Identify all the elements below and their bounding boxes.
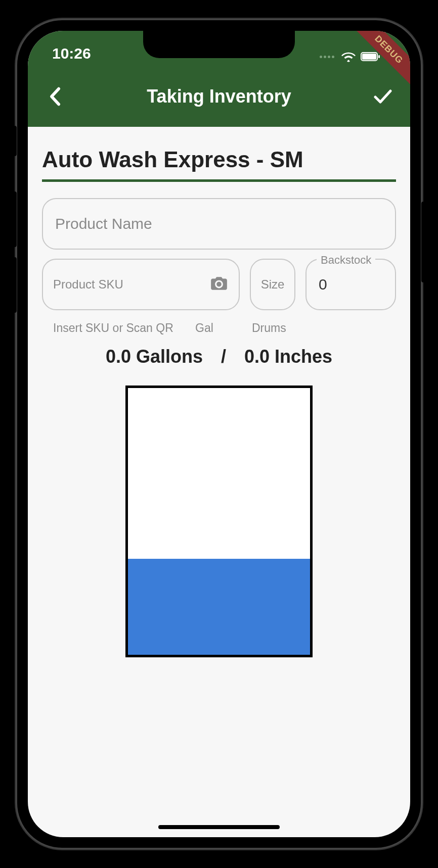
input-row: Backstock	[42, 259, 396, 310]
status-time: 10:26	[52, 45, 91, 62]
tank-gauge-wrap	[42, 385, 396, 657]
product-sku-field[interactable]	[42, 259, 240, 310]
inches-readout: 0.0 Inches	[244, 346, 332, 367]
phone-mute-switch	[13, 126, 17, 156]
svg-rect-2	[378, 55, 380, 58]
content: Auto Wash Express - SM Bac	[28, 127, 410, 657]
cellular-dots-icon	[320, 56, 334, 58]
product-sku-input[interactable]	[53, 277, 204, 292]
size-helper-text: Gal	[191, 321, 247, 335]
tank-gauge[interactable]	[125, 385, 313, 657]
battery-icon	[361, 52, 381, 62]
backstock-input[interactable]	[319, 276, 383, 293]
product-name-input[interactable]	[55, 215, 383, 232]
chevron-left-icon	[48, 86, 62, 107]
readout-separator: /	[221, 346, 226, 367]
phone-volume-up	[13, 191, 17, 247]
backstock-helper-text: Drums	[247, 321, 396, 335]
size-field[interactable]	[250, 259, 295, 310]
home-indicator[interactable]	[158, 825, 280, 829]
check-icon	[373, 89, 392, 104]
level-readout: 0.0 Gallons / 0.0 Inches	[42, 346, 396, 367]
phone-notch	[143, 31, 295, 58]
gallons-readout: 0.0 Gallons	[106, 346, 203, 367]
phone-frame: DEBUG 10:26 Taking Inventory Auto Wash E	[17, 20, 421, 848]
helper-row: Insert SKU or Scan QR Gal Drums	[42, 321, 396, 335]
size-input[interactable]	[251, 277, 294, 292]
product-name-field[interactable]	[42, 198, 396, 250]
app-bar: Taking Inventory	[28, 66, 410, 127]
phone-power-button	[421, 202, 425, 282]
backstock-label: Backstock	[317, 254, 375, 267]
svg-rect-1	[362, 54, 376, 60]
page-title: Taking Inventory	[147, 86, 291, 107]
wifi-icon	[341, 51, 356, 62]
tank-fill-level	[128, 559, 310, 655]
back-button[interactable]	[43, 84, 67, 109]
camera-icon[interactable]	[209, 275, 229, 294]
screen: DEBUG 10:26 Taking Inventory Auto Wash E	[28, 31, 410, 837]
confirm-button[interactable]	[371, 84, 395, 109]
location-title: Auto Wash Express - SM	[42, 147, 396, 182]
sku-helper-text: Insert SKU or Scan QR	[42, 321, 191, 335]
backstock-field[interactable]: Backstock	[305, 259, 396, 310]
phone-volume-down	[13, 257, 17, 313]
